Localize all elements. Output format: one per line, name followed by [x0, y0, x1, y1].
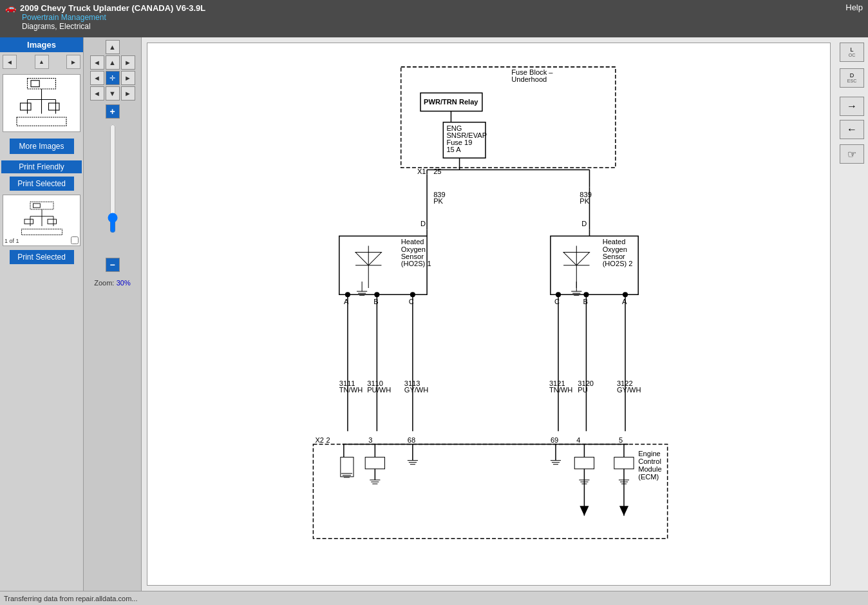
svg-rect-1 — [31, 81, 39, 87]
diagram-canvas: text { font-family: Arial, sans-serif; f… — [147, 43, 831, 586]
zoom-label: Zoom: — [94, 279, 114, 287]
diagram-area: text { font-family: Arial, sans-serif; f… — [142, 37, 868, 591]
nav-tr[interactable]: ► — [121, 55, 135, 70]
nav-mr[interactable]: ► — [121, 71, 135, 85]
label-a2: A — [622, 298, 627, 305]
status-bar: Transferring data from repair.alldata.co… — [0, 591, 868, 605]
sensor1-ho2s: (HO2S) 1 — [401, 260, 431, 267]
zoom-out-btn[interactable]: − — [106, 258, 120, 272]
loc-btn[interactable]: L OC — [840, 43, 864, 62]
pin-69: 69 — [551, 436, 558, 444]
sensor2-ho2s: (HO2S) 2 — [603, 260, 633, 267]
desc-btn[interactable]: D ESC — [840, 68, 864, 88]
zoom-slider-container — [106, 124, 119, 253]
nav-up-btn[interactable]: ▲ — [35, 55, 49, 69]
header-left: 🚗 2009 Chevy Truck Uplander (CANADA) V6-… — [5, 3, 205, 31]
zoom-panel: ▲ ◄ ▲ ► ◄ ✛ ► ◄ ▼ ► + − Zoom: 30% — [84, 37, 142, 591]
ecm-control: Control — [638, 457, 661, 465]
hand-cursor-btn[interactable]: ☞ — [840, 144, 864, 164]
wire-3121b: TN/WH — [549, 386, 572, 394]
nav-bl[interactable]: ◄ — [90, 86, 104, 101]
zoom-nav-grid: ◄ ▲ ► ◄ ✛ ► ◄ ▼ ► — [90, 55, 135, 101]
svg-rect-57 — [341, 457, 354, 477]
main-layout: Images ◄ ▲ ► More Images Pr — [0, 37, 868, 591]
page-checkbox[interactable] — [71, 236, 79, 244]
loc-label-oc: OC — [849, 53, 856, 57]
ecm-module: Module — [638, 465, 661, 473]
nav-br[interactable]: ► — [121, 86, 135, 101]
fuse-amp: 15 A — [446, 146, 461, 153]
label-d2: D — [581, 220, 587, 227]
sidebar-nav-row: ◄ ▲ ► — [0, 52, 83, 72]
print-selected-btn-2[interactable]: Print Selected — [10, 250, 74, 264]
svg-rect-82 — [614, 457, 634, 469]
print-friendly-label: Print Friendly — [1, 160, 82, 173]
wire-3120b: PU — [578, 386, 587, 394]
desc-label-esc: ESC — [847, 79, 856, 83]
svg-rect-0 — [28, 79, 56, 90]
ecm-abbrev: (ECM) — [638, 473, 659, 481]
zoom-in-btn[interactable]: + — [106, 104, 120, 119]
pin-25: 25 — [433, 168, 441, 175]
wire-839pk-1b: PK — [433, 197, 443, 205]
svg-rect-8 — [49, 103, 60, 110]
svg-rect-20 — [401, 67, 616, 168]
nav-tl[interactable]: ◄ — [90, 55, 104, 70]
svg-rect-9 — [17, 117, 66, 126]
wire-839pk-2b: PK — [580, 197, 589, 205]
nav-prev-btn[interactable]: ◄ — [3, 55, 17, 69]
help-link[interactable]: Help — [845, 3, 863, 12]
nav-ml[interactable]: ◄ — [90, 71, 104, 85]
pin-2: 2 — [326, 436, 330, 444]
zoom-up-btn[interactable]: ▲ — [106, 40, 120, 54]
subtitle1: Powertrain Management — [22, 13, 205, 22]
relay-label: PWR/TRN Relay — [424, 98, 478, 106]
car-icon: 🚗 — [5, 3, 16, 13]
pin-5: 5 — [619, 436, 623, 444]
wire-3111b: TN/WH — [339, 386, 363, 394]
pin-68: 68 — [408, 436, 415, 444]
connector-x2: X2 — [315, 436, 324, 444]
nav-center[interactable]: ✛ — [106, 71, 120, 85]
right-nav: L OC D ESC → ← ☞ — [836, 37, 868, 169]
more-images-btn[interactable]: More Images — [10, 139, 74, 154]
print-thumbnail: 1 of 1 — [3, 195, 80, 246]
images-header: Images — [0, 37, 83, 52]
back-btn[interactable]: ← — [840, 120, 864, 139]
svg-rect-17 — [24, 219, 33, 224]
nav-bc[interactable]: ▼ — [106, 86, 120, 101]
desc-label-d: D — [850, 73, 854, 79]
svg-rect-76 — [574, 457, 594, 469]
label-b1: B — [373, 298, 378, 305]
main-thumbnail — [3, 74, 80, 132]
zoom-slider[interactable] — [106, 124, 119, 233]
loc-label-l: L — [850, 47, 853, 53]
print-selected-btn-1[interactable]: Print Selected — [10, 177, 74, 191]
thumbnail-svg — [3, 75, 80, 131]
fuse-block-label2: Underhood — [511, 75, 547, 83]
nav-next-btn[interactable]: ► — [66, 55, 80, 69]
svg-rect-62 — [365, 457, 384, 469]
svg-rect-11 — [33, 204, 40, 207]
sidebar: Images ◄ ▲ ► More Images Pr — [0, 37, 84, 591]
subtitle2: Diagrams, Electrical — [22, 22, 205, 31]
wire-3110b: PU/WH — [367, 386, 391, 394]
header: 🚗 2009 Chevy Truck Uplander (CANADA) V6-… — [0, 0, 868, 37]
print-thumbnail-svg — [13, 198, 71, 242]
svg-rect-7 — [21, 103, 32, 110]
pin-4: 4 — [576, 436, 580, 444]
forward-btn[interactable]: → — [840, 97, 864, 116]
wire-3122b: GY/WH — [617, 386, 641, 394]
ecm-engine: Engine — [638, 450, 661, 457]
label-b2: B — [583, 298, 587, 305]
wiring-diagram-svg: text { font-family: Arial, sans-serif; f… — [147, 43, 830, 585]
car-title: 2009 Chevy Truck Uplander (CANADA) V6-3.… — [20, 3, 205, 13]
svg-rect-10 — [30, 202, 53, 209]
status-text: Transferring data from repair.alldata.co… — [4, 595, 137, 602]
svg-rect-18 — [48, 219, 57, 224]
nav-tc[interactable]: ▲ — [106, 55, 120, 70]
zoom-percent: 30% — [117, 279, 131, 287]
connector-x1: X1 — [417, 168, 426, 175]
page-indicator: 1 of 1 — [5, 238, 19, 244]
pin-3: 3 — [368, 436, 372, 444]
